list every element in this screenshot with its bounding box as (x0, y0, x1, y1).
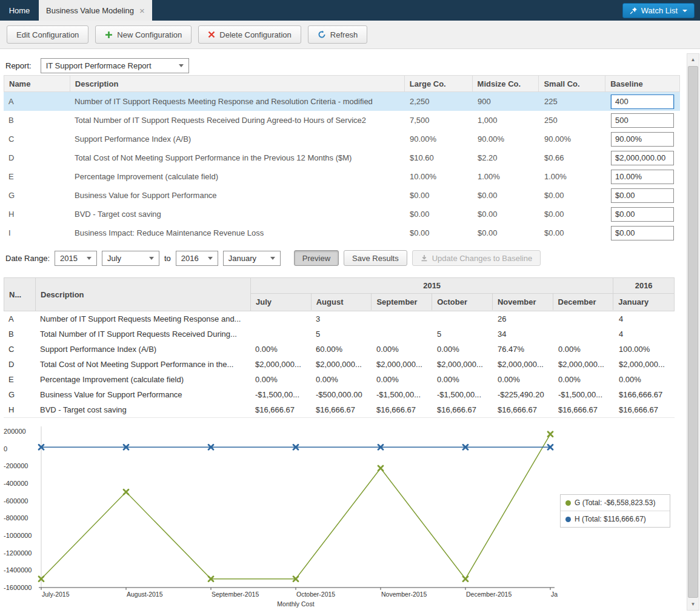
save-results-button[interactable]: Save Results (344, 250, 407, 266)
baseline-input[interactable] (611, 94, 674, 109)
result-cell-value: -$500,000.00 (311, 390, 372, 399)
results-table-row: CSupport Performance Index (A/B)0.00%60.… (4, 342, 675, 357)
config-table-row[interactable]: EPercentage Improvement (calculate field… (4, 167, 680, 186)
config-cell-midsize: $2.20 (473, 153, 539, 162)
config-cell-large: 2,250 (405, 97, 473, 106)
result-cell-value: -$1,500,00... (553, 390, 614, 399)
config-cell-midsize: $0.00 (473, 210, 539, 219)
series-g-line (41, 434, 550, 579)
series-h-dot-icon (565, 517, 571, 522)
config-cell-description: BVD - Target cost saving (70, 210, 405, 219)
baseline-input[interactable] (611, 132, 674, 147)
config-cell-description: Business Impact: Reduce Maintenance Reve… (70, 228, 405, 237)
from-month-select[interactable]: July (102, 251, 159, 266)
legend-item-h: H (Total: $116,666.67) (561, 511, 670, 527)
config-table-row[interactable]: IBusiness Impact: Reduce Maintenance Rev… (4, 224, 680, 242)
select-arrow-icon (179, 64, 184, 67)
download-icon (421, 254, 428, 262)
config-cell-midsize: 1.00% (473, 172, 539, 181)
x-tick-label: August-2015 (127, 591, 163, 598)
config-column-header[interactable]: Baseline (605, 76, 679, 91)
month-column-header[interactable]: July (251, 294, 312, 310)
result-cell-value: $2,000,000... (432, 360, 493, 369)
config-table-row[interactable]: DTotal Cost of Not Meeting Support Perfo… (4, 148, 680, 167)
result-cell-value: $16,666.67 (311, 405, 372, 414)
config-cell-midsize: 1,000 (473, 116, 539, 125)
month-column-header[interactable]: January (613, 294, 674, 310)
configuration-toolbar: Edit Configuration New Configuration Del… (0, 21, 700, 49)
config-table-row[interactable]: CSupport Performance Index (A/B)90.00%90… (4, 130, 680, 148)
config-cell-midsize: $0.00 (473, 228, 539, 237)
select-arrow-icon (208, 257, 213, 260)
edit-configuration-button[interactable]: Edit Configuration (7, 25, 88, 44)
x-tick-label: Ja (551, 591, 558, 598)
delete-configuration-button[interactable]: Delete Configuration (198, 25, 301, 44)
config-column-header[interactable]: Small Co. (539, 76, 605, 91)
config-column-header[interactable]: Name (4, 76, 70, 91)
results-month-columns: 20152016 JulyAugustSeptemberOctoberNovem… (251, 278, 674, 311)
scrollbar-thumb[interactable] (688, 66, 698, 598)
from-year-select[interactable]: 2015 (55, 251, 97, 266)
tab-business-value-modeling[interactable]: Business Value Modeling × (39, 0, 152, 21)
scroll-up-arrow-icon[interactable]: ▲ (687, 54, 699, 65)
results-description-column-header[interactable]: Description (36, 278, 251, 311)
config-cell-baseline (606, 188, 680, 203)
config-cell-large: $0.00 (405, 210, 473, 219)
to-month-select[interactable]: January (223, 251, 281, 266)
scroll-down-arrow-icon[interactable]: ▼ (687, 598, 699, 610)
tab-home[interactable]: Home (0, 0, 39, 21)
result-cell-value: 100.00% (614, 345, 675, 354)
results-name-column-header[interactable]: N... (4, 278, 36, 311)
config-table-row[interactable]: GBusiness Value for Support Performance$… (4, 186, 680, 205)
config-cell-name: I (4, 228, 70, 237)
from-year-value: 2015 (60, 254, 78, 263)
config-table-row[interactable]: ANumber of IT Support Requests Meeting R… (4, 92, 680, 111)
month-column-header[interactable]: August (312, 294, 372, 310)
to-year-select[interactable]: 2016 (176, 251, 218, 266)
config-column-header[interactable]: Midsize Co. (473, 76, 539, 91)
report-select[interactable]: IT Support Performace Report (41, 58, 189, 73)
baseline-input[interactable] (611, 188, 674, 203)
month-column-header[interactable]: September (372, 294, 432, 310)
vertical-scrollbar[interactable]: ▲ ▼ (687, 53, 699, 611)
config-cell-baseline (606, 170, 680, 184)
config-table-row[interactable]: HBVD - Target cost saving$0.00$0.00$0.00 (4, 205, 680, 224)
y-tick-label: -800000 (4, 514, 28, 522)
result-cell-name: D (4, 360, 35, 369)
result-cell-value: 0.00% (614, 375, 675, 384)
baseline-input[interactable] (611, 226, 674, 240)
series-g-dot-icon (565, 500, 571, 506)
configuration-table: NameDescriptionLarge Co.Midsize Co.Small… (4, 75, 680, 242)
baseline-input[interactable] (611, 113, 674, 128)
config-cell-name: G (4, 191, 70, 200)
result-cell-value: 4 (614, 330, 675, 339)
month-column-header[interactable]: October (432, 294, 493, 310)
baseline-input[interactable] (611, 207, 674, 222)
config-column-header[interactable]: Description (70, 76, 405, 91)
baseline-input[interactable] (611, 170, 674, 184)
config-cell-small: $0.00 (539, 191, 606, 200)
baseline-input[interactable] (611, 151, 674, 165)
preview-button[interactable]: Preview (294, 250, 339, 266)
y-tick-label: -200000 (4, 462, 28, 469)
new-configuration-button[interactable]: New Configuration (95, 25, 192, 44)
plus-icon (105, 31, 113, 39)
year-group-header: 2016 (613, 278, 674, 293)
result-cell-value: 5 (432, 330, 493, 339)
legend-item-g: G (Total: -$6,558,823.53) (561, 495, 670, 511)
refresh-button[interactable]: Refresh (308, 25, 368, 44)
result-cell-value: 0.00% (250, 375, 311, 384)
update-changes-to-baseline-button[interactable]: Update Changes to Baseline (412, 250, 541, 266)
tab-close-icon[interactable]: × (139, 6, 145, 15)
config-column-header[interactable]: Large Co. (405, 76, 473, 91)
result-cell-value: $2,000,000... (311, 360, 372, 369)
config-table-row[interactable]: BTotal Number of IT Support Requests Rec… (4, 111, 680, 130)
results-table-row: GBusiness Value for Support Performance-… (4, 387, 675, 402)
month-column-header[interactable]: December (553, 294, 614, 310)
configuration-table-body: ANumber of IT Support Requests Meeting R… (4, 92, 680, 242)
watch-list-button[interactable]: Watch List (622, 3, 695, 18)
config-cell-baseline (606, 151, 680, 165)
date-range-label: Date Range: (5, 254, 50, 263)
result-cell-value: 0.00% (432, 375, 493, 384)
month-column-header[interactable]: November (493, 294, 553, 310)
